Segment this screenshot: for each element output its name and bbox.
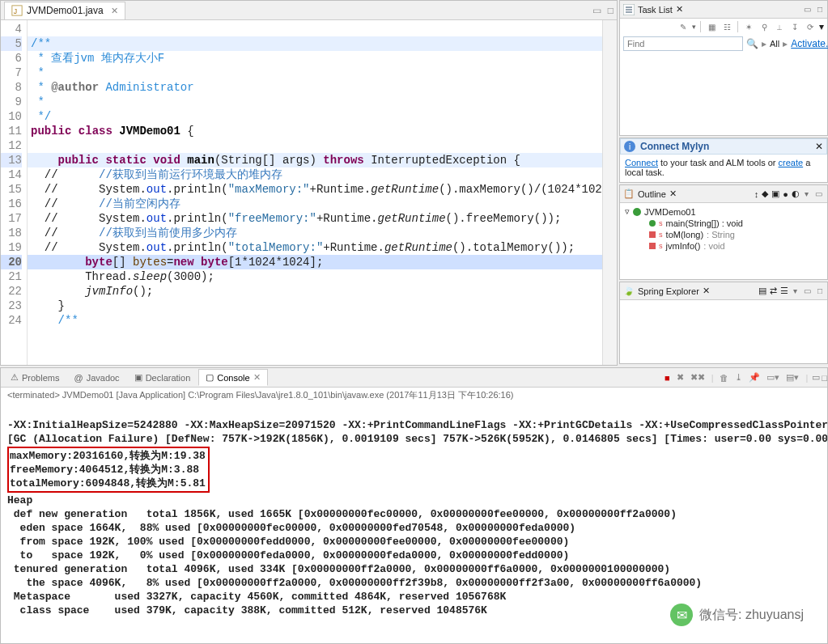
- focus-icon[interactable]: ✶: [742, 20, 755, 33]
- maximize-icon[interactable]: □: [816, 5, 824, 14]
- outline-item-main[interactable]: s main(String[]) : void: [625, 218, 822, 229]
- svg-text:J: J: [14, 7, 17, 15]
- outline-item-tom[interactable]: s toM(long) : String: [625, 229, 822, 240]
- filter1-icon[interactable]: ◆: [762, 189, 768, 199]
- console-pin-icon[interactable]: 📌: [746, 372, 762, 383]
- mylyn-connect-link[interactable]: Connect: [625, 158, 658, 167]
- console-display-icon[interactable]: ▭▾: [764, 372, 782, 383]
- console-line: class space used 379K, capacity 388K, co…: [7, 604, 487, 616]
- maximize-icon[interactable]: □: [822, 373, 827, 383]
- view-menu-icon[interactable]: ▾: [803, 189, 810, 198]
- view-menu-icon[interactable]: ▾: [819, 21, 824, 32]
- search-go-icon[interactable]: 🔍: [746, 38, 758, 49]
- wechat-icon: ✉: [670, 604, 693, 626]
- console-removeall-icon[interactable]: ✖✖: [688, 372, 707, 383]
- console-line: Heap: [7, 494, 32, 506]
- tab-console[interactable]: ▢ Console ✕: [198, 369, 267, 386]
- editor-pane: J JVMDemo01.java ✕ ▭ □ 45678910111213141…: [0, 0, 618, 366]
- filter4-icon[interactable]: ◐: [792, 189, 800, 199]
- close-icon[interactable]: ✕: [253, 372, 261, 383]
- hide-icon[interactable]: ⟂: [773, 20, 786, 33]
- sp-icon1[interactable]: ▤: [758, 286, 766, 296]
- mylyn-text: Connect to your task and ALM tools or cr…: [620, 155, 827, 180]
- outline-item-jvminfo[interactable]: s jvmInfo() : void: [625, 240, 822, 252]
- outline-panel: 📋 Outline ✕ ↕ ◆ ▣ ● ◐ ▾ ▭ ▿ JVMDemo01 s …: [619, 184, 828, 280]
- console-line: -XX:InitialHeapSize=5242880 -XX:MaxHeapS…: [7, 419, 827, 431]
- console-line: tenured generation total 4096K, used 334…: [7, 563, 670, 575]
- close-icon[interactable]: ✕: [815, 141, 823, 152]
- console-line: from space 192K, 100% used [0x00000000fe…: [7, 536, 569, 548]
- watermark: ✉ 微信号: zhuyuansj: [670, 604, 804, 626]
- new-task-icon[interactable]: ✎: [677, 20, 690, 33]
- console-kill-icon[interactable]: ■: [662, 373, 673, 383]
- close-icon[interactable]: ✕: [111, 6, 118, 16]
- outline-root[interactable]: ▿ JVMDemo01: [625, 205, 822, 218]
- minimize-icon[interactable]: ▭: [802, 5, 813, 14]
- console-line: [GC (Allocation Failure) [DefNew: 757K->…: [7, 433, 827, 445]
- console-open-icon[interactable]: ▤▾: [783, 372, 801, 383]
- editor-tabbar: J JVMDemo01.java ✕ ▭ □: [1, 1, 617, 20]
- console-line: def new generation total 1856K, used 166…: [7, 508, 677, 520]
- minimize-icon[interactable]: ▭: [813, 189, 824, 198]
- console-line: Metaspace used 3327K, capacity 4560K, co…: [7, 591, 506, 603]
- task-list-panel: Task List ✕ ▭ □ ✎▾ ▦ ☷ ✶ ⚲ ⟂ ↧ ⟳ ▾: [619, 0, 828, 136]
- info-icon: i: [624, 141, 635, 152]
- mylyn-panel: i Connect Mylyn ✕ Connect to your task a…: [619, 138, 828, 183]
- bottom-tabs: ⚠ Problems @ Javadoc ▣ Declaration ▢ Con…: [1, 368, 827, 388]
- console-line: eden space 1664K, 88% used [0x00000000fe…: [7, 522, 575, 534]
- line-gutter: 456789101112131415161718192021222324: [1, 20, 28, 365]
- code-area[interactable]: /** * 查看jvm 堆内存大小F * * @author Administr…: [28, 20, 602, 365]
- tab-javadoc[interactable]: @ Javadoc: [67, 371, 125, 385]
- find-input[interactable]: [623, 36, 743, 51]
- maximize-icon[interactable]: □: [816, 286, 824, 295]
- console-scroll-icon[interactable]: ⤓: [732, 372, 745, 383]
- mylyn-title: Connect Mylyn: [640, 141, 709, 152]
- filter3-icon[interactable]: ●: [783, 189, 788, 199]
- tasklist-toolbar: ✎▾ ▦ ☷ ✶ ⚲ ⟂ ↧ ⟳ ▾: [620, 19, 827, 35]
- outline-title: 📋 Outline ✕: [623, 189, 751, 199]
- vertical-scrollbar[interactable]: [602, 20, 617, 365]
- console-line: to space 192K, 0% used [0x00000000feda00…: [7, 549, 569, 561]
- sp-icon3[interactable]: ☰: [780, 286, 788, 296]
- tab-label: JVMDemo01.java: [27, 5, 104, 16]
- tab-problems[interactable]: ⚠ Problems: [4, 370, 66, 385]
- spring-explorer-panel: 🍃 Spring Explorer ✕ ▤ ⇄ ☰ ▾ ▭ □: [619, 282, 828, 364]
- filter2-icon[interactable]: ▣: [771, 189, 779, 199]
- view-menu-icon[interactable]: ▾: [792, 286, 799, 295]
- tasklist-icon: [623, 4, 635, 15]
- link-icon[interactable]: ⚲: [758, 20, 771, 33]
- collapse-icon[interactable]: ↧: [788, 20, 801, 33]
- categorize-icon[interactable]: ▦: [705, 20, 718, 33]
- bottom-panel: ⚠ Problems @ Javadoc ▣ Declaration ▢ Con…: [0, 367, 828, 644]
- task-list-title: Task List ✕: [623, 4, 799, 15]
- java-file-icon: J: [11, 5, 23, 16]
- console-remove-icon[interactable]: ✖: [674, 372, 686, 383]
- maximize-icon[interactable]: □: [605, 5, 617, 16]
- launch-status: <terminated> JVMDemo01 [Java Application…: [1, 388, 827, 403]
- minimize-icon[interactable]: ▭: [589, 5, 605, 16]
- minimize-icon[interactable]: ▭: [802, 286, 813, 295]
- activate-link[interactable]: Activate...: [791, 38, 828, 49]
- schedule-icon[interactable]: ☷: [720, 20, 733, 33]
- sync-icon[interactable]: ⟳: [804, 20, 817, 33]
- minimize-icon[interactable]: ▭: [812, 372, 820, 383]
- mylyn-create-link[interactable]: create: [779, 158, 804, 167]
- spring-title: 🍃 Spring Explorer ✕: [623, 286, 755, 296]
- sort-icon[interactable]: ↕: [754, 189, 759, 199]
- tab-declaration[interactable]: ▣ Declaration: [128, 370, 197, 385]
- highlighted-output: maxMemory:20316160,转换为M:19.38 freeMemory…: [7, 447, 210, 493]
- console-clear-icon[interactable]: 🗑: [717, 373, 731, 383]
- filter-all[interactable]: All: [770, 39, 779, 49]
- console-line: the space 4096K, 8% used [0x00000000ff2a…: [7, 577, 702, 589]
- tab-jvmdemo01[interactable]: J JVMDemo01.java ✕: [4, 2, 125, 19]
- sp-icon2[interactable]: ⇄: [770, 286, 777, 296]
- editor-body[interactable]: 456789101112131415161718192021222324 /**…: [1, 20, 617, 365]
